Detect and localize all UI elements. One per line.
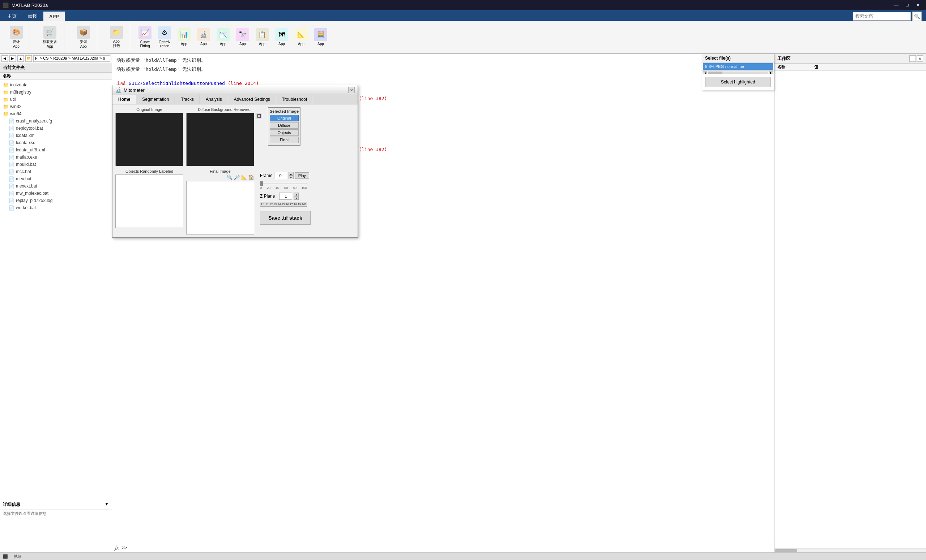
zplane-up-button[interactable]: ▲ (294, 193, 299, 196)
get-more-button[interactable]: 🛒 获取更多App (40, 24, 60, 50)
list-item[interactable]: 📄lcdata_utf8.xml (2, 146, 110, 154)
zplane-down-button[interactable]: ▼ (294, 196, 299, 200)
list-item[interactable]: 📄mbuild.bat (2, 161, 110, 168)
list-item[interactable]: 📄worker.bat (2, 204, 110, 211)
app5-button[interactable]: 📋 App (253, 26, 271, 48)
list-item[interactable]: 📄deploytool.bat (2, 125, 110, 132)
tab-home[interactable]: Home (112, 95, 136, 104)
package-button[interactable]: 📁 App打包 (107, 24, 126, 50)
list-item[interactable]: 📄mexext.bat (2, 183, 110, 190)
list-item[interactable]: 📄lcdata.xml (2, 132, 110, 139)
list-item[interactable]: 📄matlab.exe (2, 154, 110, 161)
app8-button[interactable]: 🧮 App (312, 26, 330, 48)
curve-fitting-button[interactable]: 📈 CurveFitting (136, 24, 154, 50)
sel-diffuse-button[interactable]: Diffuse (270, 122, 299, 128)
slider-labels: 0 20 40 60 80 100 (260, 186, 307, 190)
save-tif-button[interactable]: Save .tif stack (260, 211, 310, 225)
file-selector-header: Select file(s) (702, 54, 774, 62)
list-item[interactable]: 📄mw_mpiexec.bat (2, 190, 110, 197)
package-icon: 📁 (110, 26, 123, 39)
tab-troubleshoot[interactable]: Troubleshoot (276, 95, 313, 104)
console-line: 函数或变量 'holdAllTemp' 无法识别。 (117, 57, 770, 64)
file-icon: 📄 (9, 119, 14, 124)
get-more-icon: 🛒 (43, 26, 56, 39)
file-col-header: 名称 (0, 72, 112, 80)
folder-icon: 📁 (3, 90, 9, 95)
prompt-arrow: >> (122, 545, 127, 550)
file-icon: 📄 (9, 133, 14, 138)
details-hint: 选择文件以查看详细信息 (3, 511, 47, 516)
nav-forward-button[interactable]: ▶ (9, 55, 16, 62)
original-image-box (115, 113, 183, 166)
tab-segmentation[interactable]: Segmentation (136, 95, 175, 104)
list-item[interactable]: 📄mex.bat (2, 175, 110, 183)
search-input[interactable] (853, 12, 911, 21)
frame-control: Frame ▲ ▼ Play (260, 172, 310, 179)
list-item[interactable]: 📄replay_pid7252.log (2, 197, 110, 204)
minimize-button[interactable]: — (891, 2, 902, 9)
list-item[interactable]: 📁util (2, 96, 110, 103)
scroll-right-button[interactable]: ▶ (769, 71, 773, 74)
tab-plot[interactable]: 绘图 (23, 12, 43, 21)
sel-final-button[interactable]: Final (270, 137, 299, 143)
list-item[interactable]: 📄crash_analyzer.cfg (2, 118, 110, 125)
folder-icon: 📁 (3, 104, 9, 109)
zoom-in-icon[interactable]: 🔍 (227, 175, 233, 180)
search-bar: 🔍 (853, 12, 921, 21)
list-item[interactable]: 📄mcc.bat (2, 168, 110, 175)
tab-home[interactable]: 主页 (2, 12, 23, 21)
sel-objects-button[interactable]: Objects (270, 129, 299, 136)
main-layout: ◀ ▶ ▲ 📂 F: > CS > R2020a > MATLAB2020a >… (0, 54, 926, 552)
sel-original-button[interactable]: Original (270, 115, 299, 121)
nav-browse-button[interactable]: 📂 (25, 55, 32, 62)
app1-button[interactable]: 📊 App (175, 26, 193, 48)
slider-thumb[interactable] (260, 181, 263, 186)
command-input[interactable] (130, 545, 771, 551)
app7-button[interactable]: 📐 App (292, 26, 310, 48)
app6-button[interactable]: 🗺 App (272, 26, 291, 48)
frame-up-button[interactable]: ▲ (289, 172, 294, 176)
home-icon[interactable]: 🏠 (248, 175, 254, 180)
file-selector-title: Select file(s) (705, 56, 731, 61)
details-toggle-button[interactable]: ▼ (104, 501, 109, 507)
workspace-scrollbar[interactable] (775, 548, 926, 552)
list-item[interactable]: 📁win64 (2, 110, 110, 118)
mitometer-close-button[interactable]: ✕ (348, 87, 355, 93)
app2-button[interactable]: 🔬 App (195, 26, 213, 48)
fit-icon[interactable]: 📐 (241, 175, 247, 180)
select-highlighted-button[interactable]: Select highlighted (705, 77, 771, 87)
list-item[interactable]: 📁win32 (2, 103, 110, 110)
scroll-left-button[interactable]: ◀ (703, 71, 707, 74)
workspace-close-button[interactable]: ✕ (917, 55, 923, 62)
list-item[interactable]: 📄lcdata.xsd (2, 139, 110, 146)
optimization-button[interactable]: ⚙ Optimi-zation (156, 24, 174, 50)
list-item[interactable]: 📁m3iregistry (2, 89, 110, 96)
list-item[interactable]: 📁icutzdata (2, 81, 110, 89)
design-app-button[interactable]: 🎨 设计App (7, 24, 25, 50)
frame-input[interactable] (274, 172, 287, 179)
tab-app[interactable]: APP (43, 12, 65, 21)
folder-icon: 📁 (3, 97, 9, 102)
search-button[interactable]: 🔍 (912, 12, 921, 21)
nav-up-button[interactable]: ▲ (17, 55, 24, 62)
workspace-minimize-button[interactable]: — (909, 55, 916, 62)
file-selector-item[interactable]: 5-8% PEG-normal.me (703, 63, 773, 70)
play-button[interactable]: Play (295, 172, 309, 179)
install-button[interactable]: 📦 安装App (74, 24, 92, 50)
collapse-button[interactable]: 🔲 (256, 113, 262, 119)
tab-analysis[interactable]: Analysis (200, 95, 228, 104)
tab-tracks[interactable]: Tracks (175, 95, 200, 104)
frame-down-button[interactable]: ▼ (289, 176, 294, 179)
app3-button[interactable]: 📉 App (214, 26, 232, 48)
tab-advanced-settings[interactable]: Advanced Settings (228, 95, 276, 104)
close-button[interactable]: ✕ (913, 2, 923, 9)
mitometer-title-text: Mitometer (124, 88, 145, 93)
maximize-button[interactable]: □ (902, 2, 912, 9)
app4-button[interactable]: 🔭 App (234, 26, 252, 48)
file-icon: 📄 (9, 155, 14, 160)
workspace-scroll-thumb (775, 549, 797, 552)
zoom-out-icon[interactable]: 🔎 (234, 175, 240, 180)
zplane-input[interactable] (279, 193, 292, 200)
nav-back-button[interactable]: ◀ (2, 55, 8, 62)
file-icon: 📄 (9, 126, 14, 131)
